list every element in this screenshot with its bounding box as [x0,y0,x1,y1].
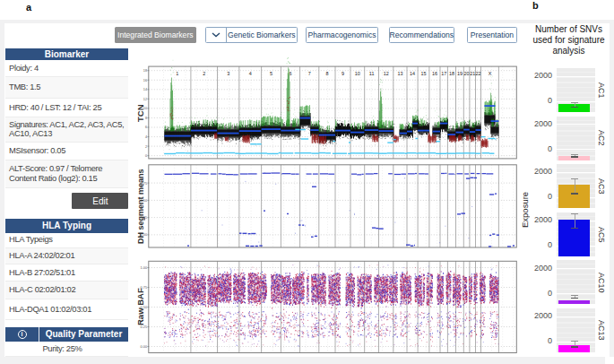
svg-text:0: 0 [145,154,147,158]
panel-b-title: Number of SNVs used for signature analys… [525,24,612,57]
panel-b-label: b [532,0,539,11]
biomarker-row-tmb: TMB: 1.5 [5,77,128,99]
tick-0: 0 [525,336,552,345]
genome-plots: 1816141210864201234567891011121314151617… [134,54,525,364]
svg-text:15: 15 [421,71,427,76]
baf-axis-title: Raw BAF [135,285,145,328]
hla-row-a: HLA-A 24:02/02:01 [5,248,128,264]
hla-card: HLA Typing HLA Typeigs HLA-A 24:02/02:01… [5,219,128,319]
svg-text:1.00: 1.00 [141,266,147,270]
tab-presentation[interactable]: Presentation [467,27,516,43]
gridline-2000 [557,172,595,173]
quality-header-label: Quality Parameter [39,329,128,339]
dh-axis-title: DH segment means [135,167,145,246]
tab-pharmacogenomics[interactable]: Pharmacogenomics [306,27,378,43]
tick-2000: 2000 [525,71,552,80]
svg-text:22: 22 [476,71,481,76]
svg-text:14: 14 [143,88,147,91]
svg-text:20: 20 [464,71,470,76]
biomarker-row-signatures: Signatures: AC1, AC2, AC3, AC5, AC10, AC… [5,117,128,143]
tick-0: 0 [525,240,552,249]
svg-text:2: 2 [203,71,205,76]
svg-text:8: 8 [325,71,328,76]
hla-row-typing: HLA Typeigs [5,233,128,248]
error-line [575,178,575,193]
biomarker-row-hrd: HRD: 40 / LST: 12 / TAI: 25 [5,99,128,117]
svg-text:8: 8 [145,117,147,120]
tab-integrated-biomarkers[interactable]: Integrated Biomarkers [115,27,196,43]
facet-strip-AC10: AC10 [597,270,607,295]
hla-row-dqa1: HLA-DQA1 01:02/03:01 [5,299,128,320]
quality-card: i Quality Parameter Purity: 25% [5,327,128,358]
tcn-axis-title: TCN [135,100,145,126]
svg-text:16: 16 [432,71,437,76]
tab-recommendations[interactable]: Recommendations [389,27,455,43]
header-divider [39,327,39,342]
svg-text:18: 18 [449,71,454,76]
error-cap-lower [571,298,578,299]
svg-text:21: 21 [470,71,475,76]
tick-0: 0 [525,289,552,298]
facet-strip-AC2: AC2 [597,126,607,151]
error-cap-upper [571,178,578,179]
hla-row-c: HLA-C 02:02/01:02 [5,282,128,299]
svg-text:9: 9 [342,71,344,76]
facet-strip-AC1: AC1 [597,78,607,103]
svg-text:X: X [489,71,492,76]
tick-2000: 2000 [525,311,552,320]
tick-2000: 2000 [525,215,552,224]
facet-strip-AC3: AC3 [597,174,607,199]
svg-text:10: 10 [355,71,360,76]
svg-text:3: 3 [227,71,229,76]
tick-2000: 2000 [525,167,552,176]
error-cap-upper [571,154,578,155]
gridline-2000 [557,316,595,317]
tick-0: 0 [525,144,552,153]
biomarker-header: Biomarker [5,48,128,59]
dropdown-chevron-button[interactable] [206,28,226,42]
corner-patch [605,357,614,364]
error-cap-lower [571,156,578,157]
genetic-biomarkers-group: Genetic Biomarkers [205,27,298,43]
facet-strip-AC13: AC13 [597,318,607,343]
facet-strip-AC5: AC5 [597,221,607,247]
gridline-2000 [557,268,595,269]
gridline-2000 [557,124,595,125]
biomarker-row-ploidy: Ploidy: 4 [5,60,128,77]
quality-row-purity: Purity: 25% [5,342,128,358]
gridline-zero [557,149,595,150]
error-cap-upper [571,341,578,342]
hla-row-b: HLA-B 27:02/51:01 [5,264,128,282]
tab-genetic-biomarkers[interactable]: Genetic Biomarkers [227,28,298,42]
biomarker-card: Biomarker Ploidy: 4 TMB: 1.5 HRD: 40 / L… [5,48,128,213]
svg-text:4: 4 [145,135,147,139]
info-icon-cell: i [5,330,39,339]
biomarker-row-msisensor: MSIsensor: 0.05 [5,143,128,160]
svg-text:1: 1 [176,71,178,76]
error-cap-lower [571,107,578,108]
hla-header: HLA Typing [5,219,128,233]
error-cap-lower [571,228,578,229]
quality-header: i Quality Parameter [5,327,128,342]
tick-2000: 2000 [525,264,552,273]
svg-text:7: 7 [308,71,311,76]
error-cap-upper [571,213,578,214]
chevron-down-icon [212,32,221,38]
error-cap-upper [571,102,578,103]
tick-0: 0 [525,96,552,105]
panel-a-label: a [26,2,31,13]
svg-text:17: 17 [441,71,446,76]
error-line [575,213,575,228]
svg-text:6: 6 [145,126,147,129]
figure-canvas: a b Integrated Biomarkers Genetic Biomar… [0,0,614,364]
error-cap-upper [571,295,578,296]
gridline-2000 [557,76,595,77]
error-cap-lower [571,346,578,347]
svg-text:13: 13 [397,71,402,76]
svg-text:0.00: 0.00 [141,345,147,349]
edit-row: Edit [5,188,128,213]
edit-button[interactable]: Edit [72,193,128,210]
info-icon[interactable]: i [18,330,27,339]
svg-text:16: 16 [143,79,147,82]
svg-text:18: 18 [143,69,147,73]
